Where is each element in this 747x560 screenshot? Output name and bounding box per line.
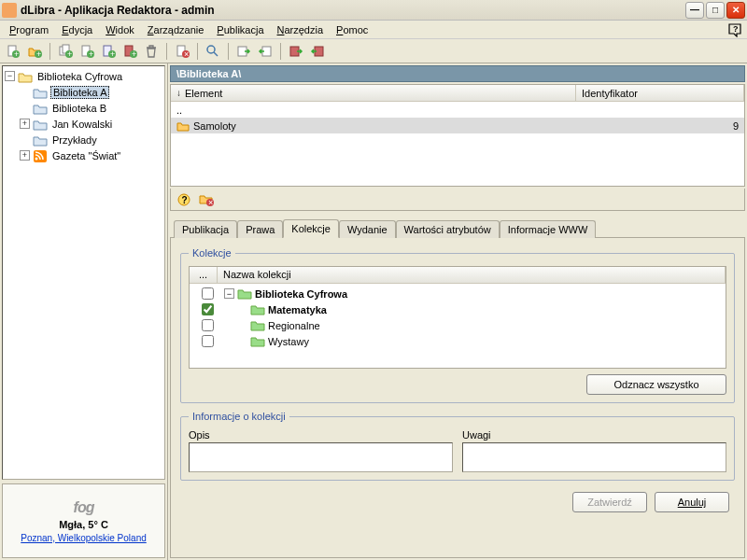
- folder-icon: [33, 86, 48, 99]
- svg-text:×: ×: [208, 198, 213, 207]
- uwagi-field[interactable]: [462, 442, 726, 472]
- deselect-all-button[interactable]: Odznacz wszystko: [586, 374, 726, 395]
- tree-node-gazeta-swiat[interactable]: + Gazeta "Świat": [5, 147, 162, 163]
- list-row[interactable]: Samoloty 9: [171, 118, 744, 133]
- help-icon[interactable]: ?: [175, 190, 193, 209]
- column-name[interactable]: Nazwa kolekcji: [218, 267, 726, 283]
- fieldset-legend: Kolekcje: [189, 247, 235, 259]
- collection-row[interactable]: − Biblioteka Cyfrowa: [190, 286, 726, 301]
- right-panel: \Biblioteka A\ Element Identyfikator .. …: [168, 63, 747, 560]
- expander-icon[interactable]: +: [20, 150, 30, 161]
- delete-icon[interactable]: [142, 42, 161, 61]
- label-opis: Opis: [189, 429, 453, 441]
- menu-narzedzia[interactable]: Narzędzia: [272, 22, 330, 37]
- collection-row[interactable]: Wystawy: [190, 333, 726, 349]
- maximize-button[interactable]: □: [706, 2, 725, 19]
- tab-strip: Publikacja Prawa Kolekcje Wydanie Wartoś…: [170, 217, 745, 237]
- collection-row[interactable]: Matematyka: [190, 301, 726, 317]
- tab-kolekcje[interactable]: Kolekcje: [283, 219, 339, 238]
- menu-widok[interactable]: Widok: [100, 22, 140, 37]
- folder-icon: [176, 120, 190, 132]
- collection-row[interactable]: Regionalne: [190, 317, 726, 333]
- folder-open-icon: [237, 287, 252, 300]
- column-checkbox[interactable]: ...: [190, 267, 218, 283]
- svg-text:×: ×: [184, 49, 189, 59]
- tree-view[interactable]: − Biblioteka Cyfrowa Biblioteka A Biblio…: [3, 66, 164, 165]
- remove-folder-icon[interactable]: ×: [197, 190, 216, 209]
- svg-text:+: +: [36, 49, 41, 59]
- menu-publikacja[interactable]: Publikacja: [211, 22, 269, 37]
- book-import-icon[interactable]: [287, 42, 305, 61]
- rss-icon: [33, 149, 48, 162]
- book-export-icon[interactable]: [308, 42, 327, 61]
- tab-publikacja[interactable]: Publikacja: [174, 220, 237, 238]
- folder-icon: [33, 133, 48, 147]
- collection-checkbox[interactable]: [202, 303, 214, 315]
- new-folder-icon[interactable]: +: [25, 42, 44, 61]
- import-icon[interactable]: [234, 42, 253, 61]
- minimize-button[interactable]: —: [685, 2, 704, 19]
- tab-prawa[interactable]: Prawa: [237, 220, 283, 238]
- svg-text:+: +: [110, 49, 115, 59]
- add-file-icon[interactable]: +: [99, 42, 118, 61]
- close-button[interactable]: ✕: [726, 2, 745, 19]
- menu-pomoc[interactable]: Pomoc: [331, 22, 374, 37]
- menu-program[interactable]: Program: [4, 22, 54, 37]
- cancel-button[interactable]: Anuluj: [655, 492, 729, 512]
- folder-open-icon: [18, 70, 33, 83]
- column-id[interactable]: Identyfikator: [576, 85, 744, 101]
- menu-bar: Program Edycja Widok Zarządzanie Publika…: [0, 21, 747, 39]
- folder-icon: [250, 303, 265, 315]
- confirm-button[interactable]: Zatwierdź: [572, 492, 647, 512]
- left-panel: − Biblioteka Cyfrowa Biblioteka A Biblio…: [0, 63, 168, 560]
- export-icon[interactable]: [256, 42, 275, 61]
- new-doc-icon[interactable]: +: [4, 42, 22, 61]
- svg-text:+: +: [14, 49, 19, 59]
- path-bar: \Biblioteka A\: [170, 65, 745, 82]
- tree-node-biblioteka-b[interactable]: Biblioteka B: [5, 100, 162, 116]
- add-book-icon[interactable]: +: [120, 42, 139, 61]
- tree-node-jan-kowalski[interactable]: + Jan Kowalski: [5, 116, 162, 132]
- column-element[interactable]: Element: [171, 85, 576, 101]
- app-icon: [2, 3, 17, 18]
- tree-root[interactable]: − Biblioteka Cyfrowa: [5, 68, 162, 84]
- folder-icon: [33, 102, 48, 115]
- tab-wydanie[interactable]: Wydanie: [339, 220, 396, 238]
- add-doc-icon[interactable]: +: [78, 42, 96, 61]
- collection-checkbox[interactable]: [202, 335, 214, 347]
- remove-doc-icon[interactable]: ×: [173, 42, 191, 61]
- svg-text:+: +: [132, 49, 136, 59]
- label-uwagi: Uwagi: [462, 429, 726, 441]
- tab-wartosci[interactable]: Wartości atrybutów: [396, 220, 500, 238]
- expander-icon[interactable]: +: [20, 119, 30, 129]
- expander-icon[interactable]: −: [5, 71, 15, 81]
- title-bar: dLibra - Aplikacja Redaktora - admin — □…: [0, 0, 747, 21]
- weather-widget: fog Mgła, 5° C Poznan, Wielkopolskie Pol…: [2, 483, 165, 558]
- svg-text:?: ?: [182, 195, 188, 205]
- context-help-button[interactable]: ?: [726, 21, 743, 38]
- svg-text:+: +: [89, 49, 93, 59]
- add-multi-icon[interactable]: +: [56, 42, 75, 61]
- folder-icon: [250, 319, 265, 331]
- weather-summary: Mgła, 5° C: [59, 519, 108, 530]
- collection-checkbox[interactable]: [202, 287, 214, 300]
- list-view[interactable]: Element Identyfikator .. Samoloty 9: [170, 84, 745, 187]
- weather-icon: fog: [74, 499, 94, 516]
- search-icon[interactable]: [204, 42, 222, 61]
- svg-text:+: +: [67, 49, 72, 59]
- menu-zarzadzanie[interactable]: Zarządzanie: [142, 22, 210, 37]
- expander-icon[interactable]: −: [224, 288, 234, 299]
- opis-field[interactable]: [189, 442, 453, 472]
- tree-node-biblioteka-a[interactable]: Biblioteka A: [5, 84, 162, 100]
- tree-node-przyklady[interactable]: Przykłady: [5, 132, 162, 147]
- folder-icon: [250, 335, 265, 347]
- list-toolbar: ? ×: [170, 189, 745, 211]
- list-row-parent[interactable]: ..: [171, 102, 744, 118]
- fieldset-legend-info: Informacje o kolekcji: [189, 411, 289, 422]
- menu-edycja[interactable]: Edycja: [56, 22, 98, 37]
- collection-checkbox[interactable]: [202, 319, 214, 331]
- tab-www[interactable]: Informacje WWW: [500, 220, 597, 238]
- svg-line-23: [214, 52, 218, 56]
- weather-location-link[interactable]: Poznan, Wielkopolskie Poland: [21, 533, 147, 543]
- svg-point-22: [207, 46, 215, 53]
